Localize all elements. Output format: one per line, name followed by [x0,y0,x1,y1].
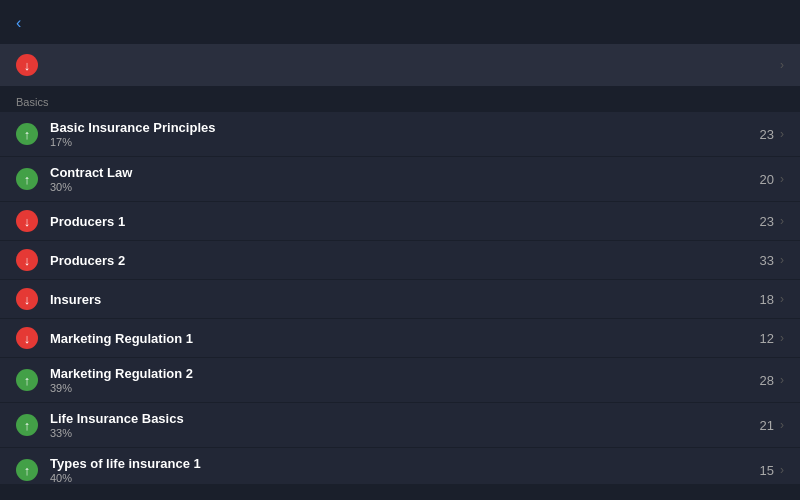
list-item[interactable]: ↑ Life Insurance Basics 33% 21 › [0,403,800,448]
item-chevron: › [780,253,784,267]
item-name: Insurers [50,292,760,307]
item-icon: ↓ [16,210,38,232]
items-container: ↑ Basic Insurance Principles 17% 23 › ↑ … [0,112,800,484]
content-scroll-area: ↓ › Basics ↑ Basic Insurance Principles … [0,44,800,484]
item-chevron: › [780,418,784,432]
item-name: Contract Law [50,165,760,180]
item-name: Life Insurance Basics [50,411,760,426]
item-text-block: Basic Insurance Principles 17% [50,120,760,148]
item-icon: ↓ [16,327,38,349]
list-item[interactable]: ↑ Basic Insurance Principles 17% 23 › [0,112,800,157]
item-percent: 30% [50,181,760,193]
subtitle [0,36,800,44]
item-chevron: › [780,331,784,345]
item-chevron: › [780,292,784,306]
item-chevron: › [780,127,784,141]
item-text-block: Producers 1 [50,214,760,229]
item-count: 21 [760,418,774,433]
item-icon: ↑ [16,414,38,436]
all-questions-chevron: › [780,58,784,72]
item-chevron: › [780,172,784,186]
item-name: Producers 2 [50,253,760,268]
item-icon: ↑ [16,369,38,391]
list-item[interactable]: ↓ Insurers 18 › [0,280,800,319]
item-count: 23 [760,127,774,142]
section-basics-header: Basics [0,88,800,112]
list-item[interactable]: ↓ Marketing Regulation 1 12 › [0,319,800,358]
item-text-block: Producers 2 [50,253,760,268]
item-percent: 39% [50,382,760,394]
item-text-block: Marketing Regulation 1 [50,331,760,346]
list-item[interactable]: ↑ Types of life insurance 1 40% 15 › [0,448,800,484]
back-icon[interactable]: ‹ [16,14,21,32]
item-name: Basic Insurance Principles [50,120,760,135]
all-questions-icon: ↓ [16,54,38,76]
item-text-block: Types of life insurance 1 40% [50,456,760,484]
item-chevron: › [780,463,784,477]
list-item[interactable]: ↓ Producers 2 33 › [0,241,800,280]
item-chevron: › [780,214,784,228]
item-text-block: Marketing Regulation 2 39% [50,366,760,394]
item-icon: ↓ [16,249,38,271]
item-count: 18 [760,292,774,307]
list-item[interactable]: ↓ Producers 1 23 › [0,202,800,241]
item-count: 12 [760,331,774,346]
item-icon: ↑ [16,459,38,481]
item-count: 28 [760,373,774,388]
item-name: Marketing Regulation 2 [50,366,760,381]
item-count: 23 [760,214,774,229]
item-name: Producers 1 [50,214,760,229]
item-text-block: Life Insurance Basics 33% [50,411,760,439]
item-percent: 17% [50,136,760,148]
list-item[interactable]: ↑ Marketing Regulation 2 39% 28 › [0,358,800,403]
item-count: 15 [760,463,774,478]
item-text-block: Contract Law 30% [50,165,760,193]
all-questions-row[interactable]: ↓ › [0,44,800,86]
item-icon: ↓ [16,288,38,310]
item-percent: 40% [50,472,760,484]
item-count: 33 [760,253,774,268]
item-icon: ↑ [16,168,38,190]
item-name: Types of life insurance 1 [50,456,760,471]
item-icon: ↑ [16,123,38,145]
item-name: Marketing Regulation 1 [50,331,760,346]
item-count: 20 [760,172,774,187]
item-text-block: Insurers [50,292,760,307]
item-chevron: › [780,373,784,387]
list-item[interactable]: ↑ Contract Law 30% 20 › [0,157,800,202]
item-percent: 33% [50,427,760,439]
